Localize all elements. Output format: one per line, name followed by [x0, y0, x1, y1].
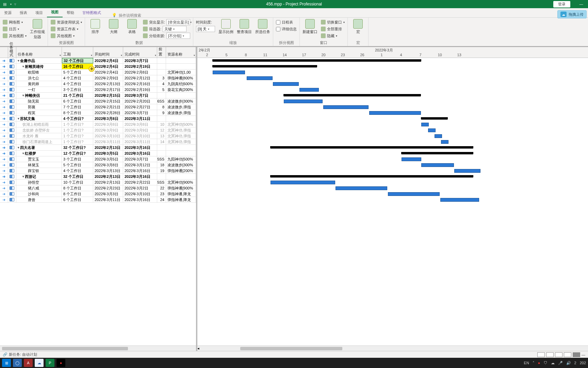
- duration-cell[interactable]: 4 个工作日: [62, 81, 93, 87]
- name-cell[interactable]: 洪七公: [16, 75, 62, 81]
- end-cell[interactable]: 2022年2月19日: [123, 87, 157, 92]
- task-bar[interactable]: [336, 186, 387, 190]
- system-tray[interactable]: EN ˄ ● ⛉ ☁ 🎤 🔊 2 202: [524, 361, 586, 365]
- pred-cell[interactable]: 13: [157, 133, 166, 139]
- pred-cell[interactable]: 3: [157, 75, 166, 81]
- res-cell[interactable]: [166, 116, 196, 121]
- end-cell[interactable]: 2022年2月12日: [123, 75, 157, 81]
- table-row[interactable]: ➜一灯3 个工作日2022年2月17日2022年2月19日5葵花宝典[200%: [0, 87, 196, 93]
- name-cell[interactable]: 唐曾: [16, 197, 62, 202]
- table-row[interactable]: ➜水龙吟 雁1 个工作日?2022年3月10日2022年3月10日13北冥神功,…: [0, 133, 196, 139]
- view-btn-3[interactable]: [555, 352, 562, 357]
- task-bar[interactable]: [323, 105, 369, 109]
- taskbar-cloud[interactable]: ☁: [35, 359, 44, 367]
- task-bar[interactable]: [454, 169, 480, 173]
- name-cell[interactable]: 射雕英雄传: [16, 64, 62, 69]
- table-row[interactable]: ➜薛宝钗4 个工作日2022年3月13日2022年3月16日19弹指神通[200…: [0, 168, 196, 174]
- pred-cell[interactable]: 4: [157, 81, 166, 87]
- tray-mic-icon[interactable]: 🎤: [558, 361, 563, 365]
- pred-cell[interactable]: [157, 70, 166, 75]
- res-cell[interactable]: 凌波微步,弹指: [166, 110, 196, 116]
- table-row[interactable]: ➜程英8 个工作日2022年2月28日2022年3月7日9凌波微步,弹指: [0, 110, 196, 116]
- duration-cell[interactable]: 4 个工作日: [62, 168, 93, 173]
- pred-cell[interactable]: [157, 58, 166, 63]
- duration-cell[interactable]: 7 个工作日: [62, 104, 93, 110]
- res-cell[interactable]: 弹指神通[800%: [166, 75, 196, 81]
- res-cell[interactable]: [166, 151, 196, 156]
- name-cell[interactable]: 红楼梦: [16, 151, 62, 156]
- res-cell[interactable]: 凌波微步[300%: [166, 98, 196, 104]
- table-row[interactable]: ➜射雕英雄传16 个工作日2022年2月4日2022年2月19日: [0, 64, 196, 70]
- table-row[interactable]: ➜贾宝玉3 个工作日2022年3月5日2022年3月7日15SS九阳神功[500…: [0, 156, 196, 162]
- duration-cell[interactable]: 32 个工作日?: [62, 145, 93, 150]
- end-cell[interactable]: 2022年3月7日: [123, 156, 157, 162]
- task-bar[interactable]: [440, 198, 479, 202]
- name-cell[interactable]: 欧阳锋: [16, 70, 62, 75]
- summary-bar[interactable]: [271, 175, 473, 178]
- tray-shield-icon[interactable]: ⛉: [544, 361, 548, 365]
- duration-cell[interactable]: 10 个工作日: [62, 180, 93, 185]
- pred-cell[interactable]: 5: [157, 87, 166, 92]
- summary-bar[interactable]: [271, 146, 473, 149]
- summary-bar[interactable]: [284, 94, 421, 96]
- res-cell[interactable]: 葵花宝典[200%: [166, 87, 196, 92]
- res-cell[interactable]: 弹指神通,降龙: [166, 197, 196, 202]
- duration-cell[interactable]: 8 个工作日: [62, 110, 93, 116]
- pred-cell[interactable]: [157, 145, 166, 150]
- name-cell[interactable]: 猪八戒: [16, 185, 62, 191]
- search-input[interactable]: [119, 13, 166, 17]
- table-row[interactable]: ➜陆无双6 个工作日2022年2月15日2022年2月20日6SS凌波微步[30…: [0, 98, 196, 104]
- duration-cell[interactable]: 6 个工作日: [62, 98, 93, 104]
- table-row[interactable]: ➜红楼梦12 个工作日?2022年3月5日2022年3月16日: [0, 151, 196, 156]
- table-row[interactable]: ➜猪八戒8 个工作日2022年2月23日2022年3月2日22弹指神通[900%: [0, 185, 196, 191]
- table-row[interactable]: ➜四大名著32 个工作日?2022年2月13日2022年3月16日: [0, 145, 196, 151]
- summary-bar[interactable]: [402, 152, 473, 154]
- end-cell[interactable]: 2022年3月12日: [123, 162, 157, 168]
- res-cell[interactable]: [166, 64, 196, 69]
- pred-cell[interactable]: 24: [157, 197, 166, 202]
- table-button[interactable]: 表格: [125, 19, 140, 34]
- grid-rows[interactable]: ➜金庸作品32 个工作日2022年2月4日2022年3月7日➜射雕英雄传16 个…: [0, 58, 196, 346]
- tab-project[interactable]: 项目: [31, 8, 47, 17]
- pred-cell[interactable]: [157, 151, 166, 156]
- duration-cell[interactable]: 32 个工作日: [62, 58, 93, 63]
- arrange-all-button[interactable]: 全部重排: [321, 26, 345, 32]
- name-cell[interactable]: 饮湖上初晴后雨: [16, 122, 62, 127]
- start-cell[interactable]: 2022年3月8日: [93, 162, 123, 168]
- teamplanner-button[interactable]: 工作组规划器: [30, 19, 45, 40]
- res-cell[interactable]: 弹指神通[200%: [166, 168, 196, 173]
- login-button[interactable]: 登录: [553, 1, 570, 7]
- duration-cell[interactable]: 12 个工作日?: [62, 151, 93, 156]
- upload-badge[interactable]: ☁ 拖拽上传: [557, 10, 587, 18]
- start-cell[interactable]: 2022年2月13日: [93, 145, 123, 150]
- timeline-check[interactable]: 日程表: [276, 19, 297, 25]
- res-cell[interactable]: [166, 58, 196, 63]
- entire-project-button[interactable]: 整查项目: [237, 19, 252, 34]
- col-name[interactable]: 任务名称▾: [16, 47, 62, 58]
- task-grid[interactable]: ✚ 任务模式 任务名称▾ 工期▾ 开始时间▾ 完成时间▾ 前置 资源名称▾ ➜金…: [0, 47, 197, 351]
- tray-record-icon[interactable]: ●: [538, 361, 540, 365]
- duration-cell[interactable]: 1 个工作日?: [62, 139, 93, 144]
- res-cell[interactable]: [166, 145, 196, 150]
- res-cell[interactable]: [166, 174, 196, 179]
- col-pred[interactable]: 前置: [157, 47, 166, 58]
- table-row[interactable]: ➜唐曾6 个工作日2022年3月11日2022年3月16日24弹指神通,降龙: [0, 197, 196, 203]
- end-cell[interactable]: 2022年3月7日: [123, 110, 157, 116]
- start-cell[interactable]: 2022年2月13日: [93, 180, 123, 185]
- tray-date[interactable]: 202: [580, 361, 586, 365]
- col-duration[interactable]: 工期▾: [62, 47, 93, 58]
- duration-cell[interactable]: 21 个工作日: [62, 93, 93, 98]
- name-cell[interactable]: 念奴娇 赤壁怀古: [16, 127, 62, 133]
- detail-check[interactable]: 详细信息: [276, 26, 297, 32]
- task-bar[interactable]: [388, 192, 440, 196]
- table-row[interactable]: ➜林黛玉5 个工作日2022年3月8日2022年3月12日18凌波微步[300%: [0, 162, 196, 168]
- name-cell[interactable]: 郭襄: [16, 104, 62, 110]
- start-cell[interactable]: 2022年2月4日: [93, 64, 123, 69]
- table-row[interactable]: ➜徐门石潭谢雨道上1 个工作日?2022年3月11日2022年3月11日14北冥…: [0, 139, 196, 145]
- table-row[interactable]: ➜沙和尚8 个工作日2022年3月3日2022年3月10日23弹指神通,降龙: [0, 191, 196, 197]
- start-cell[interactable]: 2022年2月13日: [93, 81, 123, 87]
- taskbar-record[interactable]: ●: [56, 359, 65, 367]
- res-cell[interactable]: 九阴真经[600%: [166, 81, 196, 87]
- pred-cell[interactable]: 12: [157, 127, 166, 133]
- view-btn-2[interactable]: [546, 352, 554, 357]
